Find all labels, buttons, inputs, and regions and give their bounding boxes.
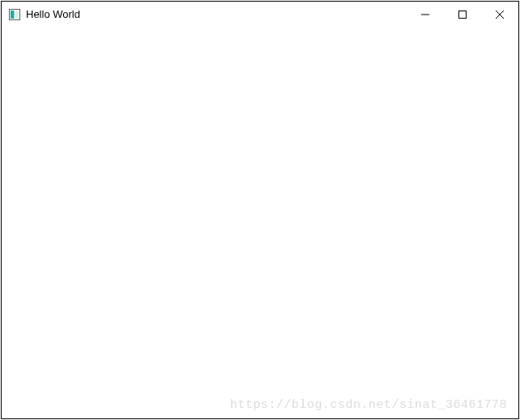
watermark-text: https://blog.csdn.net/sinat_36461778	[230, 398, 507, 412]
svg-rect-2	[15, 11, 19, 19]
client-area: https://blog.csdn.net/sinat_36461778	[2, 27, 518, 418]
window-title: Hello World	[26, 8, 407, 20]
svg-rect-4	[459, 11, 467, 18]
titlebar: Hello World	[2, 2, 518, 27]
application-window: Hello World https://blog.csdn.net/sinat_	[1, 1, 519, 419]
app-icon	[8, 8, 21, 21]
svg-rect-1	[11, 11, 15, 19]
window-controls	[407, 2, 518, 27]
maximize-button[interactable]	[444, 2, 481, 27]
minimize-button[interactable]	[407, 2, 444, 27]
close-button[interactable]	[481, 2, 518, 27]
